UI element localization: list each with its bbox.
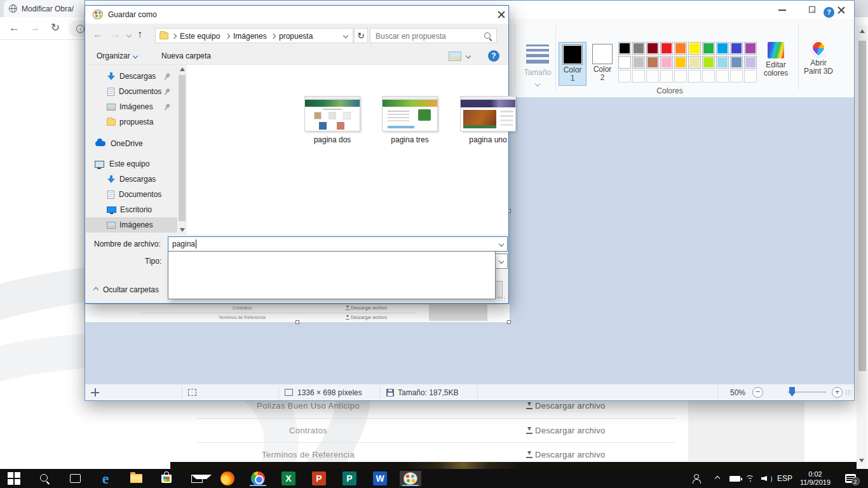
palette-color[interactable] xyxy=(688,42,701,55)
taskbar-edge[interactable]: e xyxy=(95,471,116,486)
dialog-titlebar[interactable]: Guardar como xyxy=(85,6,508,24)
palette-empty-slot[interactable] xyxy=(688,70,701,83)
sidebar-item-imagenes-2[interactable]: Imágenes xyxy=(86,217,177,233)
reload-button[interactable]: ↻ xyxy=(51,22,60,34)
taskbar-paint[interactable] xyxy=(400,471,421,486)
recent-locations-icon[interactable] xyxy=(126,32,132,37)
taskbar-word[interactable]: W xyxy=(369,471,391,486)
palette-empty-slot[interactable] xyxy=(730,70,743,83)
organize-button[interactable]: Organizar xyxy=(97,51,130,60)
battery-icon[interactable] xyxy=(727,472,742,485)
browser-scrollbar[interactable] xyxy=(857,25,867,469)
back-button[interactable]: ← xyxy=(9,22,20,34)
palette-empty-slot[interactable] xyxy=(660,70,673,83)
palette-empty-slot[interactable] xyxy=(674,70,687,83)
palette-color[interactable] xyxy=(716,56,729,69)
download-link[interactable]: Descargar archivo xyxy=(526,450,606,459)
palette-empty-slot[interactable] xyxy=(716,70,729,83)
back-button[interactable]: ← xyxy=(93,29,103,40)
palette-color[interactable] xyxy=(730,56,743,69)
clock[interactable]: 0:02 11/9/2019 xyxy=(796,470,835,487)
palette-empty-slot[interactable] xyxy=(646,70,659,83)
wifi-icon[interactable] xyxy=(743,472,757,485)
breadcrumb-item[interactable]: Imágenes xyxy=(233,32,267,41)
filetype-dropdown-button[interactable] xyxy=(495,254,507,268)
start-button[interactable] xyxy=(3,471,25,486)
image-resize-handle-bottom-right[interactable] xyxy=(507,320,511,324)
open-paint3d-button[interactable]: Abrir Paint 3D xyxy=(801,40,836,76)
search-icon[interactable] xyxy=(484,32,492,41)
filename-history-dropdown[interactable] xyxy=(168,251,496,299)
sidebar-item-documentos[interactable]: Documentos xyxy=(86,84,177,99)
zoom-slider-thumb[interactable] xyxy=(789,387,795,396)
breadcrumb-item[interactable]: propuesta xyxy=(279,32,313,41)
task-view-button[interactable] xyxy=(64,471,86,486)
palette-color[interactable] xyxy=(744,56,757,69)
palette-color[interactable] xyxy=(730,42,743,55)
zoom-out-button[interactable]: − xyxy=(752,387,763,398)
breadcrumb-item[interactable]: Este equipo xyxy=(180,32,220,41)
dialog-help-button[interactable]: ? xyxy=(488,50,499,62)
up-button[interactable]: ↑ xyxy=(137,29,142,40)
views-icon[interactable] xyxy=(449,51,461,61)
forward-button[interactable]: → xyxy=(29,22,40,34)
filename-input[interactable]: pagina xyxy=(168,236,508,252)
palette-color[interactable] xyxy=(660,42,673,55)
dialog-close-button[interactable] xyxy=(496,9,507,20)
palette-empty-slot[interactable] xyxy=(744,70,757,83)
taskbar-firefox[interactable] xyxy=(217,471,238,486)
palette-empty-slot[interactable] xyxy=(632,70,645,83)
maximize-button[interactable] xyxy=(798,1,826,19)
palette-color[interactable] xyxy=(688,56,701,69)
palette-color[interactable] xyxy=(702,42,715,55)
size-button[interactable]: Tamaño xyxy=(520,42,555,88)
new-folder-button[interactable]: Nueva carpeta xyxy=(161,51,211,60)
sidebar-item-este-equipo[interactable]: Este equipo xyxy=(86,156,177,172)
resize-grip[interactable] xyxy=(845,390,851,396)
palette-color[interactable] xyxy=(744,42,757,55)
sidebar-scrollbar[interactable] xyxy=(177,65,187,234)
palette-color[interactable] xyxy=(716,42,729,55)
scrollbar-thumb[interactable] xyxy=(858,41,866,371)
file-list[interactable]: pagina dos pagina tres xyxy=(187,65,508,234)
palette-color[interactable] xyxy=(702,56,715,69)
taskbar-file-explorer[interactable] xyxy=(125,471,147,486)
zoom-in-button[interactable]: + xyxy=(832,387,843,398)
taskbar-excel[interactable]: X xyxy=(278,471,299,486)
taskbar-search-button[interactable] xyxy=(34,471,55,486)
download-link[interactable]: Descargar archivo xyxy=(526,426,606,435)
sidebar-item-descargas-2[interactable]: Descargas xyxy=(86,172,177,187)
palette-empty-slot[interactable] xyxy=(618,70,631,83)
volume-icon[interactable] xyxy=(759,472,773,485)
taskbar-store[interactable] xyxy=(156,471,177,486)
palette-color[interactable] xyxy=(646,56,659,69)
refresh-button[interactable]: ↻ xyxy=(354,28,368,43)
palette-color[interactable] xyxy=(674,42,687,55)
organize-dropdown-icon[interactable] xyxy=(133,53,138,58)
color2-button[interactable]: Color 2 xyxy=(588,42,616,86)
paint-help-button[interactable]: ? xyxy=(824,7,834,18)
taskbar-publisher[interactable]: P xyxy=(339,471,360,486)
sidebar-item-escritorio[interactable]: Escritorio xyxy=(86,202,177,217)
taskbar-chrome[interactable] xyxy=(247,471,269,486)
palette-color[interactable] xyxy=(618,42,631,55)
people-icon[interactable] xyxy=(690,472,704,485)
views-dropdown-icon[interactable] xyxy=(466,53,471,58)
palette-color[interactable] xyxy=(646,42,659,55)
download-link[interactable]: Descargar archivo xyxy=(526,401,606,410)
edit-colors-button[interactable]: Editar colores xyxy=(757,42,794,78)
filename-dropdown-button[interactable] xyxy=(495,237,507,251)
sidebar-item-propuesta[interactable]: propuesta xyxy=(86,114,177,130)
breadcrumb-dropdown-icon[interactable] xyxy=(343,33,348,38)
scrollbar-thumb[interactable] xyxy=(179,75,186,221)
palette-color[interactable] xyxy=(674,56,687,69)
taskbar-powerpoint[interactable]: P xyxy=(308,471,330,486)
language-indicator[interactable]: ESP xyxy=(775,472,794,485)
forward-button[interactable]: → xyxy=(111,29,121,40)
minimize-button[interactable] xyxy=(768,1,796,19)
sidebar-item-descargas[interactable]: Descargas xyxy=(86,69,177,84)
dialog-resize-grip[interactable] xyxy=(498,295,505,301)
scroll-up-arrow[interactable] xyxy=(860,29,865,33)
palette-color[interactable] xyxy=(632,56,645,69)
tray-overflow-chevron[interactable] xyxy=(712,472,723,485)
